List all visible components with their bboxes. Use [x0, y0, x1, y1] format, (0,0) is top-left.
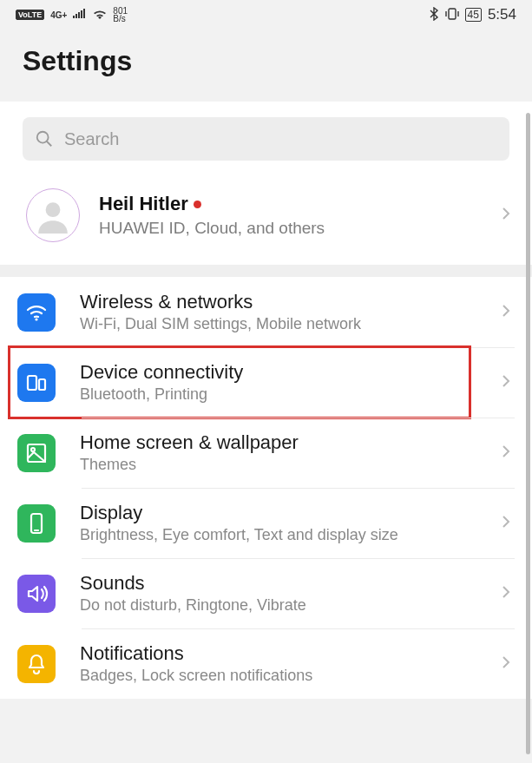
network-indicator: 4G+ [50, 10, 67, 20]
svg-point-4 [35, 318, 37, 320]
account-subtitle: HUAWEI ID, Cloud, and others [99, 219, 325, 238]
chevron-right-icon [499, 207, 513, 224]
svg-rect-6 [39, 379, 45, 390]
account-row[interactable]: Heil Hitler HUAWEI ID, Cloud, and others [0, 176, 532, 265]
settings-item-display[interactable]: DisplayBrightness, Eye comfort, Text and… [0, 488, 532, 558]
settings-item-bell[interactable]: NotificationsBadges, Lock screen notific… [0, 628, 532, 699]
settings-item-sound[interactable]: SoundsDo not disturb, Ringtone, Vibrate [0, 558, 532, 628]
svg-rect-5 [28, 376, 36, 390]
item-title: Notifications [80, 642, 312, 665]
item-subtitle: Bluetooth, Printing [80, 385, 243, 404]
item-title: Device connectivity [80, 361, 243, 384]
battery-indicator: 45 [465, 8, 482, 22]
chevron-right-icon [499, 655, 513, 673]
volte-badge: VoLTE [16, 10, 44, 20]
item-title: Display [80, 502, 398, 524]
wifi-icon [93, 9, 107, 22]
svg-line-2 [47, 141, 52, 147]
clock: 5:54 [488, 6, 516, 23]
avatar [26, 188, 80, 242]
wallpaper-icon [17, 434, 56, 472]
bluetooth-icon [430, 7, 439, 23]
wifi-icon [17, 293, 56, 332]
item-title: Sounds [80, 572, 306, 595]
item-title: Wireless & networks [80, 291, 361, 313]
status-bar: VoLTE 4G+ 801B/s 45 5:54 [0, 0, 532, 30]
signal-icon [73, 9, 87, 22]
notification-dot-icon [194, 201, 201, 208]
chevron-right-icon [499, 515, 513, 532]
sound-icon [17, 575, 56, 613]
settings-item-wifi[interactable]: Wireless & networksWi-Fi, Dual SIM setti… [0, 277, 532, 347]
chevron-right-icon [499, 304, 513, 321]
search-placeholder: Search [64, 129, 119, 149]
display-icon [17, 504, 56, 543]
item-subtitle: Badges, Lock screen notifications [80, 667, 312, 685]
vibrate-icon [445, 8, 459, 23]
scroll-indicator[interactable] [526, 113, 530, 754]
account-name: Heil Hitler [99, 193, 325, 215]
search-icon [35, 129, 54, 148]
page-title: Settings [0, 30, 532, 102]
item-subtitle: Themes [80, 456, 299, 474]
network-speed: 801B/s [113, 7, 128, 23]
chevron-right-icon [499, 585, 513, 602]
chevron-right-icon [499, 374, 513, 391]
item-subtitle: Do not disturb, Ringtone, Vibrate [80, 596, 306, 615]
svg-point-3 [46, 202, 61, 217]
search-input[interactable]: Search [23, 117, 509, 161]
settings-item-devices[interactable]: Device connectivityBluetooth, Printing [0, 347, 532, 418]
section-gap [0, 265, 532, 277]
svg-point-1 [37, 132, 49, 143]
devices-icon [17, 364, 56, 402]
item-title: Home screen & wallpaper [80, 431, 299, 454]
settings-item-wallpaper[interactable]: Home screen & wallpaperThemes [0, 418, 532, 488]
settings-list: Wireless & networksWi-Fi, Dual SIM setti… [0, 277, 532, 699]
item-subtitle: Wi-Fi, Dual SIM settings, Mobile network [80, 315, 361, 333]
item-subtitle: Brightness, Eye comfort, Text and displa… [80, 526, 398, 544]
chevron-right-icon [499, 444, 513, 462]
svg-rect-0 [449, 9, 456, 19]
bell-icon [17, 645, 56, 683]
svg-point-8 [31, 448, 35, 451]
